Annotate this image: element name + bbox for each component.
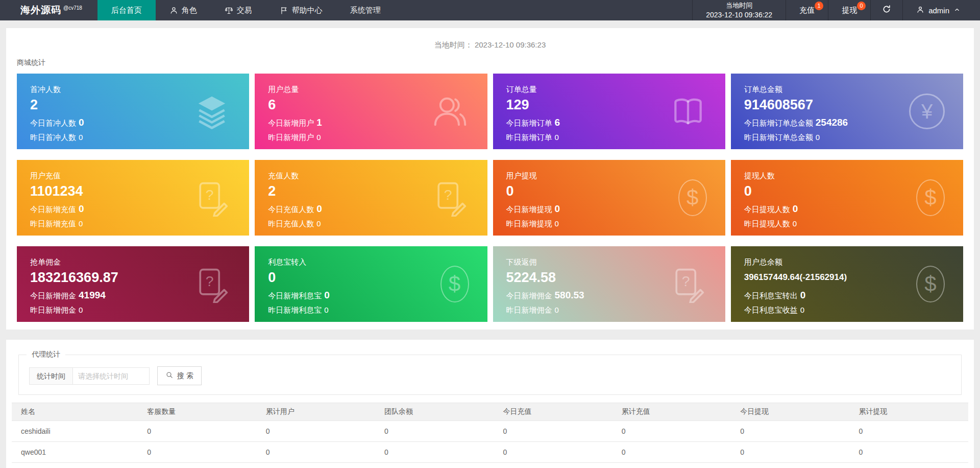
card-subline-label: 昨日新增订单总金额 (744, 133, 813, 142)
stat-card: 下级返佣5224.58今日新增佣金580.53昨日新增佣金0? (493, 246, 725, 322)
scales-icon (225, 6, 233, 15)
withdraw-nav-button[interactable]: 提现0 (828, 0, 871, 20)
card-subline-label: 今日新增订单总金额 (744, 119, 813, 127)
users-icon (431, 92, 469, 130)
doc-icon: ? (431, 179, 469, 217)
stat-card: 订单总金额914608567今日新增订单总金额254286昨日新增订单总金额0¥ (731, 74, 963, 149)
user-icon (916, 6, 924, 15)
brand-logo[interactable]: 海外源码 @cv718 (0, 0, 97, 20)
card-subline-value: 0 (316, 203, 322, 214)
card-subline-label: 昨日新增佣金 (30, 306, 76, 314)
card-subline-value: 0 (79, 133, 83, 142)
nav-item-home[interactable]: 后台首页 (97, 0, 156, 20)
table-header-cell: 客服数量 (138, 403, 256, 421)
yen-circle-icon: ¥ (909, 93, 945, 129)
search-button[interactable]: 搜 索 (157, 366, 202, 385)
card-subline: 今日利息宝收益0 (744, 306, 950, 315)
card-subline: 昨日新增佣金0 (30, 306, 236, 315)
card-subline-label: 昨日新增充值 (30, 219, 76, 228)
stat-card: 用户总量6今日新增用户1昨日新增用户0 (255, 74, 487, 149)
svg-text:?: ? (682, 273, 690, 289)
dollar-circle-icon: $ (440, 266, 469, 302)
brand-name: 海外源码 (20, 4, 61, 17)
card-subline-label: 昨日首冲人数 (30, 133, 76, 142)
card-subline-value: 0 (793, 219, 797, 228)
card-subline-value: 254286 (816, 117, 848, 128)
book-icon (669, 92, 707, 130)
table-row: ceshidaili0000000 (12, 421, 968, 442)
user-icon (169, 6, 178, 15)
card-subline-label: 昨日充值人数 (268, 219, 314, 228)
nav-item-label: 系统管理 (350, 6, 381, 15)
table-row: 1237770000000 (12, 463, 968, 468)
card-subline-label: 今日新增利息宝 (268, 291, 322, 300)
doc-icon: ? (669, 265, 707, 303)
card-subline: 昨日充值人数0 (268, 219, 474, 229)
nav-item-help-center[interactable]: 帮助中心 (266, 0, 336, 20)
stat-card: 提现人数0今日提现人数0昨日提现人数0$ (731, 160, 963, 236)
nav-item-label: 后台首页 (111, 6, 142, 15)
table-cell: 0 (731, 463, 849, 468)
table-cell: 0 (850, 442, 968, 463)
navbar-right: 当地时间 2023-12-10 09:36:22 充值1提现0 admin (692, 0, 980, 20)
table-cell: 0 (612, 442, 731, 463)
recharge-badge: 1 (815, 2, 823, 10)
table-cell: 0 (257, 442, 375, 463)
card-subline-value: 1 (316, 117, 322, 128)
nav-item-system-manage[interactable]: 系统管理 (336, 0, 395, 20)
page-local-time-label: 当地时间： (434, 40, 473, 49)
chevron-up-icon (953, 6, 961, 15)
card-subline-value: 0 (79, 219, 83, 228)
card-subline-value: 580.53 (555, 290, 584, 300)
main-menu: 后台首页角色交易帮助中心系统管理 (97, 0, 395, 20)
refresh-button[interactable] (871, 0, 903, 20)
agent-table-wrap: 姓名客服数量累计用户团队余额今日充值累计充值今日提现累计提现 ceshidail… (12, 403, 968, 468)
doc-icon: ? (193, 265, 231, 303)
table-header-cell: 今日提现 (731, 403, 849, 421)
card-subline-label: 今日新增订单 (506, 119, 552, 127)
nav-item-label: 交易 (237, 6, 252, 15)
nav-item-trade[interactable]: 交易 (211, 0, 266, 20)
table-cell: 0 (375, 421, 494, 442)
card-subline: 昨日新增利息宝0 (268, 306, 474, 315)
card-subline-value: 0 (800, 290, 806, 300)
table-cell: 0 (612, 421, 731, 442)
doc-icon: ? (193, 179, 231, 217)
card-subline-label: 昨日新增提现 (506, 219, 552, 228)
card-subline-label: 今日充值人数 (268, 205, 314, 214)
search-button-label: 搜 索 (177, 371, 193, 381)
table-cell: 0 (850, 421, 968, 442)
card-subline-value: 0 (316, 219, 321, 228)
filter-label: 统计时间 (29, 367, 73, 385)
table-row: qwe0010000000 (12, 442, 968, 463)
user-name: admin (928, 6, 949, 15)
stat-card: 抢单佣金183216369.87今日新增佣金41994昨日新增佣金0? (17, 246, 249, 322)
card-subline-label: 昨日新增利息宝 (268, 306, 322, 314)
withdraw-label: 提现 (842, 6, 857, 15)
nav-actions: 充值1提现0 (786, 0, 871, 20)
table-cell: ceshidaili (12, 421, 138, 442)
card-subline-value: 41994 (79, 290, 106, 300)
search-icon (165, 371, 174, 381)
table-header-cell: 累计用户 (257, 403, 375, 421)
recharge-label: 充值 (799, 6, 815, 15)
table-header-cell: 累计充值 (612, 403, 731, 421)
card-subline-label: 昨日新增佣金 (506, 306, 552, 314)
stat-time-input[interactable] (73, 367, 150, 385)
card-subline: 昨日新增充值0 (30, 219, 236, 229)
card-subline-value: 0 (555, 133, 559, 142)
card-subline-value: 0 (555, 203, 560, 214)
table-header-row: 姓名客服数量累计用户团队余额今日充值累计充值今日提现累计提现 (12, 403, 968, 421)
user-menu[interactable]: admin (903, 0, 980, 20)
card-subline-label: 今日利息宝转出 (744, 291, 798, 300)
table-header-cell: 今日充值 (494, 403, 612, 421)
card-subline-label: 今日首冲人数 (30, 119, 76, 127)
stat-card: 用户提现0今日新增提现0昨日新增提现0$ (493, 160, 725, 236)
recharge-nav-button[interactable]: 充值1 (786, 0, 828, 20)
table-cell: 0 (494, 463, 612, 468)
brand-badge: @cv718 (63, 5, 82, 11)
refresh-icon (882, 5, 891, 16)
nav-item-label: 角色 (182, 6, 197, 15)
nav-item-roles[interactable]: 角色 (156, 0, 211, 20)
card-subline: 昨日新增订单总金额0 (744, 133, 950, 143)
